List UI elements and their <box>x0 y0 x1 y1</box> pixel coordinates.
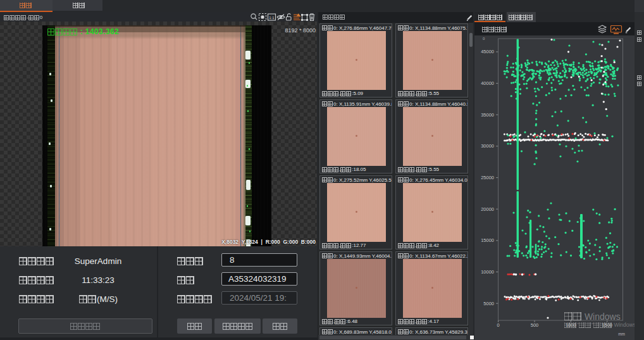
svg-text:20000: 20000 <box>481 206 494 212</box>
svg-text:5000: 5000 <box>483 301 494 306</box>
svg-text:25000: 25000 <box>481 175 494 180</box>
svg-text:0: 0 <box>497 322 499 328</box>
svg-text:30000: 30000 <box>481 143 494 149</box>
svg-text:0: 0 <box>483 37 485 41</box>
svg-text:10000: 10000 <box>481 269 494 275</box>
svg-text:500: 500 <box>531 322 539 328</box>
svg-text:45000: 45000 <box>481 49 494 54</box>
svg-text:1:1: 1:1 <box>269 16 275 20</box>
svg-text:40000: 40000 <box>481 80 494 86</box>
svg-text:15000: 15000 <box>481 237 494 243</box>
svg-text:35000: 35000 <box>481 112 494 118</box>
svg-text:mm: mm <box>618 332 625 336</box>
